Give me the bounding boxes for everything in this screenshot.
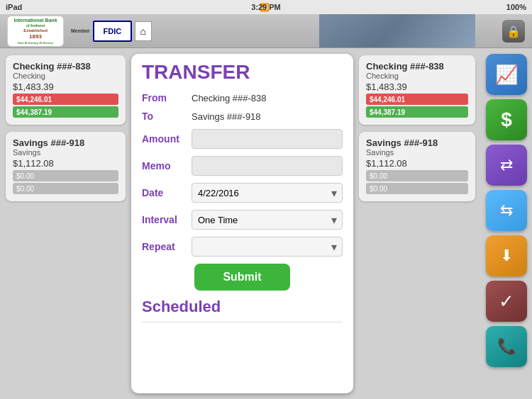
deposit-icon: ⬇: [500, 247, 513, 265]
amount-input[interactable]: [192, 129, 343, 149]
date-select[interactable]: 4/22/2016: [192, 183, 343, 203]
transfer-title: TRANSFER: [142, 61, 343, 84]
bank-logo: International Bank of Amherst Establishe…: [7, 16, 64, 47]
right-savings-type: Savings: [366, 148, 468, 157]
right-checking-balance: $1,483.39: [366, 82, 468, 92]
contact-icon: 📞: [497, 337, 516, 356]
dollar-icon-button[interactable]: $: [486, 99, 527, 140]
amount-label: Amount: [142, 133, 192, 145]
check-icon: ✓: [499, 291, 514, 313]
date-select-wrapper[interactable]: 4/22/2016: [192, 183, 343, 203]
member-label: Member: [71, 28, 90, 33]
scheduled-title: Scheduled: [142, 298, 343, 316]
left-savings-type: Savings: [13, 148, 118, 157]
fdic-area: Member FDIC ⌂: [71, 21, 152, 42]
to-row: To Savings ###-918: [142, 111, 343, 122]
memo-input[interactable]: [192, 156, 343, 176]
right-savings-bar2: $0.00: [366, 183, 468, 194]
right-savings-card[interactable]: Savings ###-918 Savings $1,112.08 $0.00 …: [359, 132, 475, 201]
amount-row: Amount: [142, 129, 343, 149]
main-content: Checking ###-838 Checking $1,483.39 $44,…: [0, 48, 532, 399]
from-value: Checking ###-838: [192, 93, 267, 103]
repeat-row: Repeat: [142, 237, 343, 257]
scheduled-divider: [142, 322, 343, 322]
date-label: Date: [142, 187, 192, 198]
right-savings-bar1: $0.00: [366, 170, 468, 181]
contact-icon-button[interactable]: 📞: [486, 326, 527, 367]
left-checking-balance: $1,483.39: [13, 82, 118, 92]
left-savings-bar1: $0.00: [13, 170, 118, 181]
right-checking-bar2: $44,387.19: [366, 106, 468, 118]
left-checking-bar1: $44,246.01: [13, 94, 118, 105]
fdic-logo: FDIC: [93, 21, 132, 42]
right-checking-name: Checking ###-838: [366, 61, 468, 72]
transfer-panel: TRANSFER From Checking ###-838 To Saving…: [131, 54, 353, 393]
interval-label: Interval: [142, 214, 192, 225]
right-checking-type: Checking: [366, 72, 468, 80]
left-savings-balance: $1,112.08: [13, 158, 118, 169]
arrows-icon-button[interactable]: ⇆: [486, 190, 527, 231]
left-checking-bar2: $44,387.19: [13, 106, 118, 118]
left-savings-bar2: $0.00: [13, 183, 118, 194]
deposit-icon-button[interactable]: ⬇: [486, 235, 527, 276]
interval-row: Interval One Time Weekly Monthly: [142, 210, 343, 230]
left-checking-card[interactable]: Checking ###-838 Checking $1,483.39 $44,…: [6, 55, 126, 125]
date-row: Date 4/22/2016: [142, 183, 343, 203]
analytics-icon-button[interactable]: 📈: [486, 54, 527, 95]
time-label: 3:29 PM: [251, 3, 281, 11]
right-checking-card[interactable]: Checking ###-838 Checking $1,483.39 $44,…: [359, 55, 475, 125]
left-savings-card[interactable]: Savings ###-918 Savings $1,112.08 $0.00 …: [6, 132, 126, 201]
interval-select[interactable]: One Time Weekly Monthly: [192, 210, 343, 230]
carrier-label: iPad: [6, 3, 22, 11]
left-checking-type: Checking: [13, 72, 118, 80]
repeat-select-wrapper[interactable]: [192, 237, 343, 257]
right-savings-balance: $1,112.08: [366, 158, 468, 169]
check-icon-button[interactable]: ✓: [486, 281, 527, 322]
interval-select-wrapper[interactable]: One Time Weekly Monthly: [192, 210, 343, 230]
dollar-icon: $: [501, 108, 512, 131]
right-icon-buttons: 📈 $ ⇄ ⇆ ⬇ ✓ 📞: [481, 48, 532, 399]
right-accounts-sidebar: Checking ###-838 Checking $1,483.39 $44,…: [353, 48, 481, 399]
bank-logo-area: International Bank of Amherst Establishe…: [7, 16, 64, 47]
left-savings-name: Savings ###-918: [13, 137, 118, 148]
equal-housing-icon: ⌂: [135, 21, 152, 41]
battery-label: 100%: [506, 3, 526, 11]
lock-icon[interactable]: 🔒: [502, 20, 525, 43]
left-checking-name: Checking ###-838: [13, 61, 118, 72]
repeat-select[interactable]: [192, 237, 343, 257]
memo-label: Memo: [142, 160, 192, 172]
from-row: From Checking ###-838: [142, 92, 343, 103]
right-savings-name: Savings ###-918: [366, 137, 468, 148]
submit-button[interactable]: Submit: [194, 264, 289, 291]
to-value: Savings ###-918: [192, 111, 261, 122]
memo-row: Memo: [142, 156, 343, 176]
arrows-icon: ⇆: [500, 201, 513, 220]
status-bar: iPad 📶 3:29 PM 100%: [0, 0, 532, 14]
from-label: From: [142, 92, 192, 103]
transfer-icon: ⇄: [500, 156, 513, 174]
to-label: To: [142, 111, 192, 122]
right-checking-bar1: $44,246.01: [366, 94, 468, 105]
repeat-label: Repeat: [142, 241, 192, 252]
analytics-icon: 📈: [495, 64, 518, 86]
transfer-icon-button[interactable]: ⇄: [486, 145, 527, 186]
left-sidebar: Checking ###-838 Checking $1,483.39 $44,…: [0, 48, 131, 399]
